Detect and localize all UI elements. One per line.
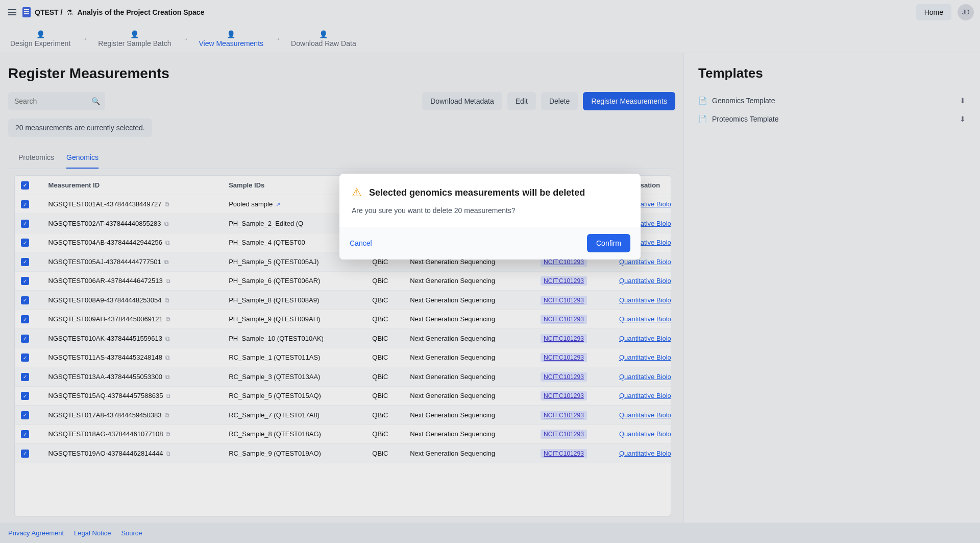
confirm-button[interactable]: Confirm bbox=[587, 234, 630, 252]
modal-overlay[interactable]: ⚠ Selected genomics measurements will be… bbox=[0, 0, 980, 543]
cancel-button[interactable]: Cancel bbox=[350, 239, 372, 247]
warning-icon: ⚠ bbox=[352, 186, 362, 199]
modal-title: Selected genomics measurements will be d… bbox=[369, 187, 585, 198]
delete-confirm-modal: ⚠ Selected genomics measurements will be… bbox=[339, 174, 641, 259]
modal-text: Are you sure you want to delete 20 measu… bbox=[352, 206, 628, 215]
